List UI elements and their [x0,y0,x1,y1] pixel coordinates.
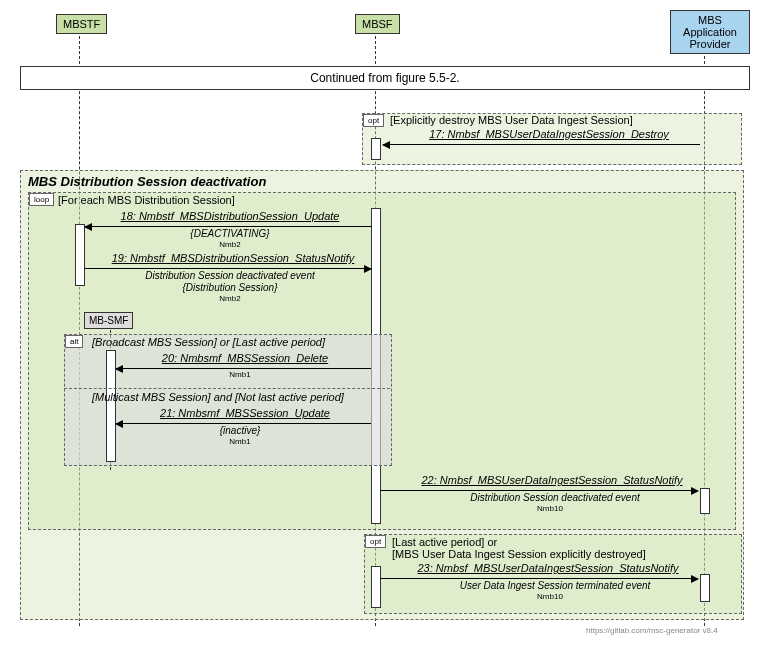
msg-19: 19: Nmbstf_MBSDistributionSession_Status… [88,252,378,264]
sub-22a: Distribution Session deactivated event [440,492,670,503]
arrow-18 [85,226,371,227]
msg-21: 21: Nmbsmf_MBSSession_Update [140,407,350,419]
sub-19c: Nmb2 [190,294,270,303]
actor-mbstf: MBSTF [56,14,107,34]
guard-loop: [For each MBS Distribution Session] [58,194,235,206]
activation-ap-22 [700,488,710,514]
sequence-diagram: MBSTF MBSF MBS Application Provider Cont… [10,10,758,643]
alt-divider [64,388,390,389]
actor-mbsf: MBSF [355,14,400,34]
arrow-17 [383,144,700,145]
arrow-21 [116,423,371,424]
continued-from-box: Continued from figure 5.5-2. [20,66,750,90]
guard-opt2: [Last active period] or [MBS User Data I… [392,536,646,560]
guard-alt2: [Multicast MBS Session] and [Not last ac… [92,391,344,403]
sub-23b: Nmb10 [510,592,590,601]
arrow-23 [381,578,698,579]
arrow-19 [85,268,371,269]
arrow-20 [116,368,371,369]
msg-23: 23: Nmbsf_MBSUserDataIngestSession_Statu… [396,562,700,574]
section-title: MBS Distribution Session deactivation [28,174,266,189]
msg-22: 22: Nmbsf_MBSUserDataIngestSession_Statu… [404,474,700,486]
activation-ap-23 [700,574,710,602]
activation-mbsf-opt2 [371,566,381,608]
fragment-tag-opt2: opt [365,535,386,548]
arrow-22 [381,490,698,491]
fragment-tag: opt [363,114,384,127]
fragment-tag-loop: loop [29,193,54,206]
sub-23a: User Data Ingest Session terminated even… [430,580,680,591]
guard-opt1: [Explicitly destroy MBS User Data Ingest… [390,114,633,126]
sub-18a: {DEACTIVATING} [130,228,330,239]
activation-mbsf-1 [371,138,381,160]
sub-20: Nmb1 [210,370,270,379]
sub-21b: Nmb1 [210,437,270,446]
fragment-tag-alt: alt [65,335,83,348]
sub-22b: Nmb10 [510,504,590,513]
msg-17: 17: Nmbsf_MBSUserDataIngestSession_Destr… [404,128,694,140]
msg-20: 20: Nmbsmf_MBSSession_Delete [140,352,350,364]
credit-text: https://gitlab.com/msc-generator v8.4 [586,626,718,635]
sub-19b: {Distribution Session} [150,282,310,293]
actor-app-provider: MBS Application Provider [670,10,750,54]
sub-18b: Nmb2 [190,240,270,249]
guard-alt1: [Broadcast MBS Session] or [Last active … [92,336,325,348]
sub-21a: {inactive} [190,425,290,436]
activation-mbstf [75,224,85,286]
sub-19a: Distribution Session deactivated event [120,270,340,281]
msg-18: 18: Nmbstf_MBSDistributionSession_Update [100,210,360,222]
actor-mbsmf: MB-SMF [84,312,133,329]
